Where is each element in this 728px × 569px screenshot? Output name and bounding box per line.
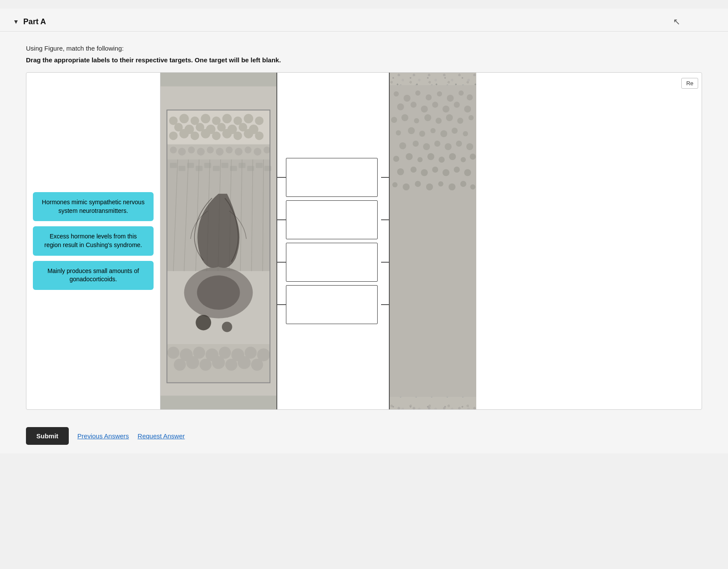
chevron-icon[interactable]: ▼ bbox=[13, 18, 19, 25]
svg-rect-52 bbox=[187, 163, 194, 168]
drag-label-3[interactable]: Mainly produces small amounts of gonadoc… bbox=[33, 261, 154, 290]
svg-point-94 bbox=[421, 106, 428, 113]
drop-target-3[interactable] bbox=[286, 243, 378, 282]
svg-point-127 bbox=[461, 157, 466, 162]
svg-point-35 bbox=[226, 147, 233, 154]
svg-point-124 bbox=[427, 153, 434, 160]
connector-right-2 bbox=[381, 219, 389, 220]
svg-rect-53 bbox=[196, 166, 202, 171]
svg-rect-51 bbox=[179, 166, 186, 171]
anatomy-image bbox=[160, 73, 277, 409]
connector-left-3 bbox=[277, 262, 286, 263]
svg-point-141 bbox=[449, 183, 455, 190]
page-container: ▼ Part A ↖ Using Figure, match the follo… bbox=[0, 0, 728, 569]
svg-point-96 bbox=[443, 106, 449, 113]
svg-point-90 bbox=[459, 90, 464, 96]
svg-point-136 bbox=[392, 182, 398, 187]
svg-rect-59 bbox=[247, 166, 254, 171]
right-tissue-panel bbox=[390, 73, 476, 409]
svg-point-64 bbox=[196, 315, 211, 331]
svg-point-76 bbox=[186, 356, 199, 369]
bottom-bar: Submit Previous Answers Request Answer bbox=[0, 418, 728, 453]
drop-target-row-2 bbox=[277, 199, 389, 241]
svg-point-130 bbox=[411, 167, 417, 173]
svg-point-119 bbox=[456, 141, 462, 147]
svg-point-93 bbox=[411, 102, 417, 108]
svg-point-134 bbox=[454, 167, 460, 173]
svg-point-23 bbox=[212, 132, 221, 140]
svg-point-19 bbox=[169, 132, 178, 140]
request-answer-link[interactable]: Request Answer bbox=[138, 432, 185, 440]
svg-point-105 bbox=[457, 118, 463, 124]
svg-point-138 bbox=[415, 181, 421, 187]
cursor-icon: ↖ bbox=[673, 16, 680, 27]
svg-point-34 bbox=[216, 148, 224, 156]
svg-rect-50 bbox=[170, 163, 177, 168]
svg-point-39 bbox=[263, 147, 270, 154]
svg-point-110 bbox=[430, 128, 436, 133]
connector-left-4 bbox=[277, 304, 286, 305]
svg-point-143 bbox=[470, 184, 475, 190]
drop-targets-panel bbox=[277, 73, 390, 409]
svg-point-115 bbox=[413, 141, 419, 147]
connector-right-4 bbox=[381, 304, 389, 305]
svg-point-122 bbox=[406, 153, 413, 160]
svg-rect-55 bbox=[213, 166, 220, 171]
connector-right-1 bbox=[381, 177, 389, 178]
svg-point-109 bbox=[419, 131, 425, 137]
submit-button[interactable]: Submit bbox=[26, 427, 69, 445]
svg-point-31 bbox=[188, 147, 195, 154]
svg-point-107 bbox=[396, 130, 401, 135]
svg-point-84 bbox=[394, 91, 399, 96]
svg-point-9 bbox=[244, 114, 253, 123]
reset-button[interactable]: Re bbox=[681, 78, 698, 89]
svg-point-137 bbox=[403, 183, 410, 190]
svg-point-79 bbox=[225, 359, 237, 371]
svg-point-99 bbox=[391, 117, 397, 123]
svg-point-81 bbox=[251, 359, 263, 371]
tissue-texture bbox=[390, 73, 476, 409]
instruction-line1: Using Figure, match the following: bbox=[26, 45, 702, 52]
part-header: ▼ Part A ↖ bbox=[0, 9, 728, 32]
svg-point-24 bbox=[222, 129, 232, 138]
svg-point-78 bbox=[212, 356, 225, 369]
drop-target-4[interactable] bbox=[286, 285, 378, 324]
svg-point-87 bbox=[426, 94, 432, 100]
svg-point-20 bbox=[180, 129, 189, 138]
drop-target-2[interactable] bbox=[286, 200, 378, 239]
drag-drop-container: Re Hormones mimic sympathetic nervous sy… bbox=[26, 72, 702, 410]
svg-point-30 bbox=[178, 148, 186, 156]
svg-point-123 bbox=[417, 157, 423, 162]
svg-rect-54 bbox=[204, 163, 211, 168]
svg-point-37 bbox=[245, 147, 252, 154]
previous-answers-link[interactable]: Previous Answers bbox=[77, 432, 129, 440]
svg-point-116 bbox=[423, 143, 430, 150]
drag-label-1[interactable]: Hormones mimic sympathetic nervous syste… bbox=[33, 192, 154, 221]
svg-rect-60 bbox=[256, 163, 263, 168]
svg-point-7 bbox=[222, 114, 232, 123]
svg-point-88 bbox=[437, 91, 442, 96]
svg-point-100 bbox=[401, 114, 408, 121]
drag-label-2[interactable]: Excess hormone levels from this region r… bbox=[33, 226, 154, 255]
drop-target-1[interactable] bbox=[286, 158, 378, 197]
svg-point-125 bbox=[439, 157, 445, 163]
svg-rect-57 bbox=[230, 166, 237, 171]
connector-left-1 bbox=[277, 177, 286, 178]
svg-point-98 bbox=[464, 106, 471, 113]
labels-panel: Hormones mimic sympathetic nervous syste… bbox=[26, 73, 160, 409]
svg-point-142 bbox=[460, 181, 466, 187]
svg-point-139 bbox=[426, 183, 433, 190]
svg-point-38 bbox=[253, 148, 261, 156]
svg-point-86 bbox=[415, 90, 420, 96]
svg-point-102 bbox=[424, 114, 431, 121]
svg-point-103 bbox=[436, 118, 442, 124]
svg-point-111 bbox=[440, 130, 447, 137]
svg-point-33 bbox=[207, 147, 214, 154]
svg-rect-58 bbox=[239, 163, 246, 168]
svg-point-65 bbox=[222, 322, 232, 332]
svg-point-67 bbox=[167, 347, 180, 359]
svg-point-126 bbox=[449, 153, 456, 160]
svg-point-10 bbox=[255, 116, 263, 125]
svg-point-26 bbox=[244, 129, 253, 138]
svg-point-135 bbox=[464, 169, 471, 176]
